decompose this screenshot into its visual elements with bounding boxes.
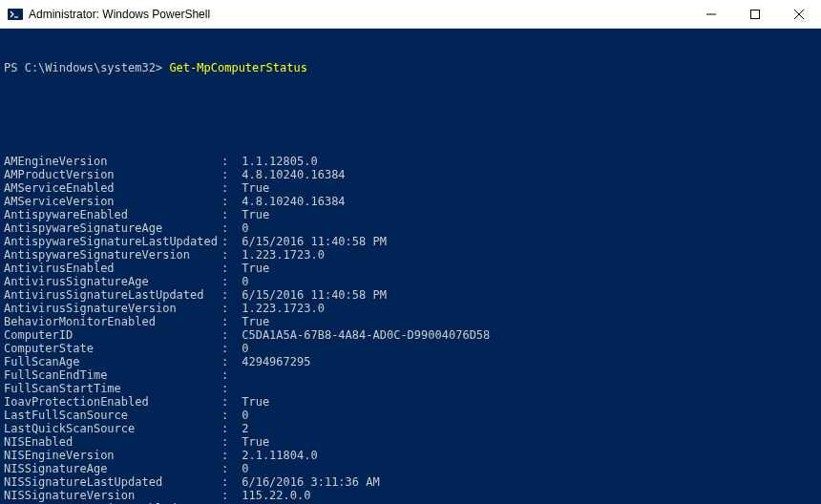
output-key: ComputerID	[4, 328, 221, 342]
output-key: BehaviorMonitorEnabled	[4, 315, 221, 328]
powershell-icon	[8, 7, 23, 22]
output-key: AntivirusEnabled	[4, 262, 221, 275]
output-separator: :	[221, 449, 235, 462]
svg-rect-3	[751, 10, 760, 18]
output-row: FullScanEndTime:	[4, 368, 817, 382]
command-output: AMEngineVersion: 1.1.12805.0AMProductVer…	[4, 155, 817, 504]
output-separator: :	[221, 475, 235, 489]
output-value: True	[235, 315, 269, 328]
output-value: True	[235, 262, 269, 275]
close-button[interactable]	[777, 0, 821, 28]
output-value: C5DA1A5A-67B8-4A84-AD0C-D99004076D58	[235, 328, 490, 342]
output-value: 0	[235, 275, 248, 288]
output-row: LastQuickScanSource: 2	[4, 422, 817, 435]
output-row: AntispywareSignatureAge: 0	[4, 221, 817, 235]
output-key: AntispywareSignatureLastUpdated	[4, 235, 221, 248]
output-value: 6/15/2016 11:40:58 PM	[235, 288, 387, 302]
output-separator: :	[221, 342, 235, 355]
output-value: 2.1.11804.0	[235, 449, 318, 462]
output-separator: :	[221, 382, 235, 395]
output-row: LastFullScanSource: 0	[4, 409, 817, 422]
output-row: FullScanStartTime:	[4, 382, 817, 395]
output-value: 4.8.10240.16384	[235, 195, 346, 208]
output-separator: :	[221, 275, 235, 288]
output-key: FullScanEndTime	[4, 368, 221, 382]
output-separator: :	[221, 235, 235, 248]
output-key: NISEnabled	[4, 435, 221, 449]
output-value: 4.8.10240.16384	[235, 168, 346, 181]
output-row: AntivirusEnabled: True	[4, 262, 817, 275]
output-separator: :	[221, 168, 235, 181]
prompt-prefix: PS C:\Windows\system32>	[4, 61, 169, 74]
output-row: ComputerID: C5DA1A5A-67B8-4A84-AD0C-D990…	[4, 328, 817, 342]
output-key: NISSignatureVersion	[4, 489, 221, 502]
output-key: FullScanAge	[4, 355, 221, 368]
output-separator: :	[221, 435, 235, 449]
output-value: 0	[235, 462, 248, 475]
output-key: AntivirusSignatureVersion	[4, 302, 221, 315]
minimize-button[interactable]	[689, 0, 733, 28]
output-separator: :	[221, 355, 235, 368]
output-value: 1.1.12805.0	[235, 155, 318, 168]
output-row: FullScanAge: 4294967295	[4, 355, 817, 368]
output-value: 4294967295	[235, 355, 310, 368]
output-value: True	[235, 395, 269, 409]
output-separator: :	[221, 328, 235, 342]
prompt-command: Get-MpComputerStatus	[169, 61, 307, 74]
output-row: AntispywareSignatureVersion: 1.223.1723.…	[4, 248, 817, 262]
output-value: 1.223.1723.0	[235, 302, 325, 315]
output-row: AMServiceVersion: 4.8.10240.16384	[4, 195, 817, 208]
maximize-button[interactable]	[733, 0, 777, 28]
output-key: AntispywareSignatureVersion	[4, 248, 221, 262]
output-key: NISEngineVersion	[4, 449, 221, 462]
output-separator: :	[221, 288, 235, 302]
output-value: 0	[235, 409, 248, 422]
prompt-line-1: PS C:\Windows\system32> Get-MpComputerSt…	[4, 61, 817, 74]
output-separator: :	[221, 422, 235, 435]
output-key: IoavProtectionEnabled	[4, 395, 221, 409]
output-value: True	[235, 208, 269, 221]
output-key: AntispywareSignatureAge	[4, 221, 221, 235]
output-key: LastQuickScanSource	[4, 422, 221, 435]
output-separator: :	[221, 181, 235, 195]
output-key: ComputerState	[4, 342, 221, 355]
output-separator: :	[221, 208, 235, 221]
output-key: NISSignatureAge	[4, 462, 221, 475]
output-separator: :	[221, 368, 235, 382]
output-row: NISSignatureAge: 0	[4, 462, 817, 475]
terminal-area[interactable]: PS C:\Windows\system32> Get-MpComputerSt…	[0, 29, 821, 504]
output-row: AntispywareSignatureLastUpdated: 6/15/20…	[4, 235, 817, 248]
output-separator: :	[221, 155, 235, 168]
output-row: ComputerState: 0	[4, 342, 817, 355]
output-separator: :	[221, 462, 235, 475]
output-separator: :	[221, 315, 235, 328]
output-value: True	[235, 181, 269, 195]
output-row: AntispywareEnabled: True	[4, 208, 817, 221]
output-row: NISSignatureVersion: 115.22.0.0	[4, 489, 817, 502]
output-value: 2	[235, 422, 248, 435]
window-title: Administrator: Windows PowerShell	[29, 8, 689, 21]
output-separator: :	[221, 248, 235, 262]
output-value: 6/16/2016 3:11:36 AM	[235, 475, 380, 489]
output-value: 1.223.1723.0	[235, 248, 325, 262]
output-row: NISEngineVersion: 2.1.11804.0	[4, 449, 817, 462]
output-separator: :	[221, 395, 235, 409]
output-row: AMProductVersion: 4.8.10240.16384	[4, 168, 817, 181]
output-key: FullScanStartTime	[4, 382, 221, 395]
svg-rect-0	[8, 9, 23, 20]
output-row: AntivirusSignatureAge: 0	[4, 275, 817, 288]
output-separator: :	[221, 409, 235, 422]
output-key: AMEngineVersion	[4, 155, 221, 168]
output-row: AMEngineVersion: 1.1.12805.0	[4, 155, 817, 168]
output-key: AntispywareEnabled	[4, 208, 221, 221]
output-key: LastFullScanSource	[4, 409, 221, 422]
output-separator: :	[221, 489, 235, 502]
output-row: NISSignatureLastUpdated: 6/16/2016 3:11:…	[4, 475, 817, 489]
title-bar: Administrator: Windows PowerShell	[0, 0, 821, 29]
output-key: NISSignatureLastUpdated	[4, 475, 221, 489]
output-key: AntivirusSignatureAge	[4, 275, 221, 288]
output-row: AntivirusSignatureVersion: 1.223.1723.0	[4, 302, 817, 315]
output-row: NISEnabled: True	[4, 435, 817, 449]
output-value: True	[235, 435, 269, 449]
output-row: AMServiceEnabled: True	[4, 181, 817, 195]
